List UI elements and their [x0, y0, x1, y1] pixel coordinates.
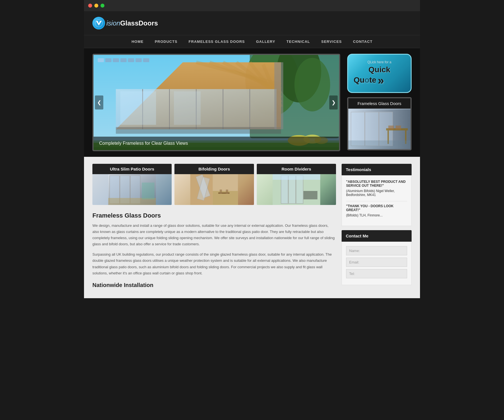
nav-gallery[interactable]: GALLERY: [250, 35, 281, 48]
nav-services[interactable]: SERVICES: [316, 35, 347, 48]
testimonial-2-author: (Bifolds) TLH, Finmore...: [346, 213, 407, 217]
building-svg: [94, 55, 339, 150]
product-section: Ultra Slim Patio Doors: [84, 157, 420, 298]
slider-dots: [98, 58, 149, 62]
quick-quote-button[interactable]: QLick here for a Quick Quote »: [347, 54, 412, 93]
contact-email-input[interactable]: [346, 258, 407, 267]
header: isionGlassDoors: [84, 11, 420, 35]
room-img-svg: [257, 174, 336, 205]
room-card-image: [257, 174, 336, 205]
room-card-title: Room Dividers: [257, 164, 336, 174]
product-cards: Ultra Slim Patio Doors: [92, 164, 336, 205]
patio-card-title: Ultra Slim Patio Doors: [92, 164, 172, 174]
svg-rect-36: [388, 125, 394, 129]
logo[interactable]: isionGlassDoors: [92, 17, 158, 29]
frameless-glass-panel: Frameless Glass Doors: [347, 97, 412, 150]
testimonials-title: Testimonials: [342, 164, 412, 175]
minimize-button[interactable]: [94, 4, 98, 8]
svg-rect-38: [348, 140, 410, 148]
patio-img-svg: [92, 174, 172, 205]
content-section: Frameless Glass Doors We design, manufac…: [92, 212, 336, 288]
contact-form: [342, 242, 412, 285]
hero-section: ❮ ❯ Completely Frameless for Clear Glass…: [84, 48, 420, 157]
testimonial-1-quote: "ABSOLUTELY BEST PRODUCT AND SERVICE OUT…: [346, 180, 407, 188]
slider-caption: Completely Frameless for Clear Glass Vie…: [94, 137, 339, 150]
nav-products[interactable]: PRODUCTS: [149, 35, 183, 48]
svg-point-6: [295, 58, 330, 111]
slider-dot-2[interactable]: [105, 58, 111, 62]
close-button[interactable]: [88, 4, 92, 8]
patio-card-image: [92, 174, 172, 205]
contact-tel-input[interactable]: [346, 269, 407, 278]
navigation: HOME PRODUCTS FRAMELESS GLASS DOORS GALL…: [84, 35, 420, 48]
testimonials-content: "ABSOLUTELY BEST PRODUCT AND SERVICE OUT…: [342, 175, 412, 226]
bifold-img-svg: [174, 174, 254, 205]
bifold-card-title: Bifolding Doors: [174, 164, 254, 174]
frameless-door-svg: [348, 109, 410, 149]
nav-technical[interactable]: TECHNICAL: [281, 35, 316, 48]
nav-home[interactable]: HOME: [126, 35, 149, 48]
nav-frameless[interactable]: FRAMELESS GLASS DOORS: [183, 35, 251, 48]
contact-section-title: Contact Me: [342, 230, 412, 242]
svg-rect-37: [396, 125, 401, 129]
svg-rect-22: [116, 127, 281, 134]
svg-rect-52: [226, 190, 228, 194]
section1-title: Frameless Glass Doors: [92, 212, 336, 219]
svg-point-1: [95, 20, 102, 27]
section1-para2: Surpassing all UK building regulations, …: [92, 251, 336, 276]
titlebar: [84, 0, 420, 11]
product-main: Ultra Slim Patio Doors: [92, 164, 336, 291]
contact-name-input[interactable]: [346, 246, 407, 255]
bifold-card-image: [174, 174, 254, 205]
product-card-patio[interactable]: Ultra Slim Patio Doors: [92, 164, 172, 205]
svg-rect-23: [274, 62, 283, 129]
nav-contact[interactable]: CONTACT: [347, 35, 378, 48]
section1-para1: We design, manufacture and install a ran…: [92, 223, 336, 247]
maximize-button[interactable]: [101, 4, 104, 8]
section2-title: Nationwide Installation: [92, 282, 336, 288]
hero-image: [94, 55, 339, 150]
frameless-panel-image: [348, 109, 410, 149]
quick-quote-label-small: QLick here for a: [354, 60, 405, 64]
svg-marker-0: [96, 21, 102, 25]
testimonial-2-quote: "THANK YOU - DOORS LOOK GREAT!": [346, 204, 407, 212]
product-sidebar: Testimonials "ABSOLUTELY BEST PRODUCT AN…: [342, 164, 412, 291]
svg-rect-44: [142, 183, 155, 199]
svg-rect-51: [220, 190, 222, 194]
logo-text: isionGlassDoors: [106, 19, 158, 27]
testimonial-1-author: (Aluminium Bifolds) Nigel Weller, Bedfor…: [346, 189, 407, 197]
testimonial-separator: [346, 201, 407, 201]
product-card-bifold[interactable]: Bifolding Doors: [174, 164, 254, 205]
logo-icon: [92, 17, 105, 29]
logo-v-icon: [95, 19, 103, 27]
slider-dot-1[interactable]: [98, 58, 104, 62]
slider-dot-4[interactable]: [120, 58, 127, 62]
slider-dot-7[interactable]: [143, 58, 149, 62]
slider-next-button[interactable]: ❯: [329, 95, 338, 109]
svg-rect-57: [272, 174, 320, 180]
slider-dot-5[interactable]: [128, 58, 134, 62]
slider-prev-button[interactable]: ❮: [95, 95, 103, 109]
frameless-panel-title: Frameless Glass Doors: [348, 98, 410, 109]
slider-dot-3[interactable]: [113, 58, 119, 62]
product-card-room[interactable]: Room Dividers: [257, 164, 336, 205]
testimonial-1: "ABSOLUTELY BEST PRODUCT AND SERVICE OUT…: [346, 180, 407, 197]
quick-quote-label-large: Quick Quote »: [354, 66, 405, 87]
svg-rect-25: [174, 91, 201, 125]
svg-rect-24: [120, 91, 156, 125]
hero-slider: ❮ ❯ Completely Frameless for Clear Glass…: [92, 54, 340, 151]
slider-dot-6[interactable]: [136, 58, 142, 62]
testimonial-2: "THANK YOU - DOORS LOOK GREAT!" (Bifolds…: [346, 204, 407, 217]
hero-sidebar: QLick here for a Quick Quote » Frameless…: [347, 54, 412, 151]
svg-rect-58: [303, 191, 317, 199]
